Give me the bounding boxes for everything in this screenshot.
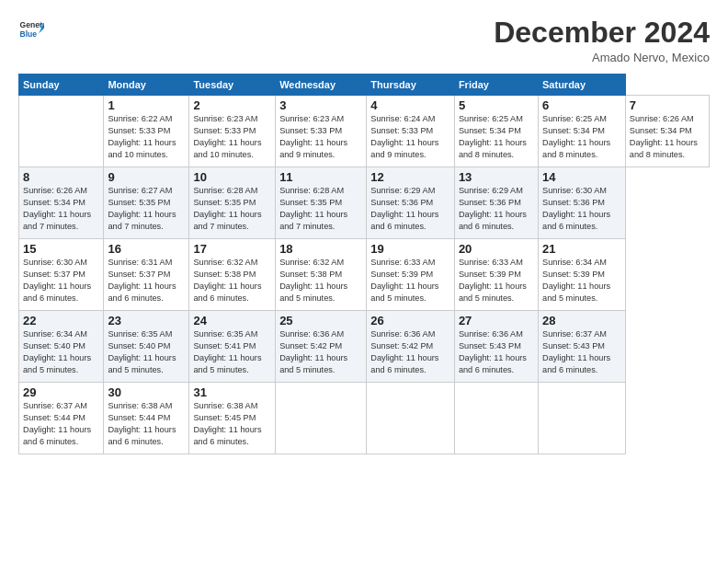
- day-number: 3: [279, 98, 362, 112]
- day-number: 7: [630, 98, 705, 112]
- table-row: 16Sunrise: 6:31 AM Sunset: 5:37 PM Dayli…: [104, 239, 189, 311]
- day-number: 15: [23, 242, 99, 256]
- day-number: 26: [370, 314, 450, 327]
- day-info: Sunrise: 6:32 AM Sunset: 5:38 PM Dayligh…: [279, 257, 362, 304]
- table-row: 17Sunrise: 6:32 AM Sunset: 5:38 PM Dayli…: [189, 239, 276, 311]
- day-number: 28: [542, 314, 621, 327]
- day-number: 16: [108, 242, 185, 256]
- day-info: Sunrise: 6:24 AM Sunset: 5:33 PM Dayligh…: [370, 113, 450, 161]
- table-row: 21Sunrise: 6:34 AM Sunset: 5:39 PM Dayli…: [539, 239, 626, 311]
- day-info: Sunrise: 6:28 AM Sunset: 5:35 PM Dayligh…: [279, 185, 362, 233]
- day-number: 27: [459, 314, 534, 327]
- col-friday: Friday: [454, 75, 538, 96]
- day-info: Sunrise: 6:23 AM Sunset: 5:33 PM Dayligh…: [193, 113, 271, 161]
- calendar-header-row: Sunday Monday Tuesday Wednesday Thursday…: [19, 75, 710, 96]
- day-number: 18: [279, 242, 362, 256]
- table-row: 27Sunrise: 6:36 AM Sunset: 5:43 PM Dayli…: [454, 311, 538, 383]
- logo-icon: General Blue: [18, 17, 44, 42]
- table-row: 7Sunrise: 6:26 AM Sunset: 5:34 PM Daylig…: [625, 96, 709, 167]
- table-row: 12Sunrise: 6:29 AM Sunset: 5:36 PM Dayli…: [367, 167, 455, 239]
- table-row: 14Sunrise: 6:30 AM Sunset: 5:36 PM Dayli…: [539, 167, 626, 239]
- day-number: 24: [193, 314, 271, 327]
- day-info: Sunrise: 6:30 AM Sunset: 5:36 PM Dayligh…: [542, 185, 621, 233]
- table-row: 8Sunrise: 6:26 AM Sunset: 5:34 PM Daylig…: [19, 167, 104, 239]
- day-number: 9: [108, 170, 185, 184]
- day-info: Sunrise: 6:38 AM Sunset: 5:44 PM Dayligh…: [108, 400, 185, 448]
- day-info: Sunrise: 6:32 AM Sunset: 5:38 PM Dayligh…: [193, 257, 271, 304]
- day-number: 2: [193, 98, 271, 112]
- table-row: 5Sunrise: 6:25 AM Sunset: 5:34 PM Daylig…: [454, 96, 538, 167]
- title-block: December 2024 Amado Nervo, Mexico: [494, 17, 710, 64]
- day-number: 12: [370, 170, 450, 184]
- svg-text:Blue: Blue: [20, 29, 38, 39]
- table-row: 19Sunrise: 6:33 AM Sunset: 5:39 PM Dayli…: [367, 239, 455, 311]
- table-row: [539, 383, 626, 454]
- day-number: 1: [108, 98, 185, 112]
- day-number: 13: [459, 170, 534, 184]
- day-info: Sunrise: 6:31 AM Sunset: 5:37 PM Dayligh…: [108, 257, 185, 304]
- day-info: Sunrise: 6:36 AM Sunset: 5:42 PM Dayligh…: [279, 328, 362, 376]
- day-number: 21: [542, 242, 621, 256]
- day-number: 17: [193, 242, 271, 256]
- day-info: Sunrise: 6:38 AM Sunset: 5:45 PM Dayligh…: [193, 400, 271, 448]
- day-number: 20: [459, 242, 534, 256]
- day-info: Sunrise: 6:37 AM Sunset: 5:44 PM Dayligh…: [23, 400, 99, 448]
- day-number: 29: [23, 385, 99, 399]
- day-number: 22: [23, 314, 99, 327]
- table-row: [367, 383, 455, 454]
- table-row: 31Sunrise: 6:38 AM Sunset: 5:45 PM Dayli…: [189, 383, 276, 454]
- table-row: 13Sunrise: 6:29 AM Sunset: 5:36 PM Dayli…: [454, 167, 538, 239]
- day-number: 31: [193, 385, 271, 399]
- table-row: 29Sunrise: 6:37 AM Sunset: 5:44 PM Dayli…: [19, 383, 104, 454]
- day-info: Sunrise: 6:26 AM Sunset: 5:34 PM Dayligh…: [23, 185, 99, 233]
- table-row: 24Sunrise: 6:35 AM Sunset: 5:41 PM Dayli…: [189, 311, 276, 383]
- table-row: 26Sunrise: 6:36 AM Sunset: 5:42 PM Dayli…: [367, 311, 455, 383]
- table-row: 1Sunrise: 6:22 AM Sunset: 5:33 PM Daylig…: [104, 96, 189, 167]
- day-info: Sunrise: 6:35 AM Sunset: 5:40 PM Dayligh…: [108, 328, 185, 376]
- col-wednesday: Wednesday: [276, 75, 367, 96]
- table-row: 28Sunrise: 6:37 AM Sunset: 5:43 PM Dayli…: [539, 311, 626, 383]
- day-number: 23: [108, 314, 185, 327]
- day-info: Sunrise: 6:25 AM Sunset: 5:34 PM Dayligh…: [459, 113, 534, 161]
- day-info: Sunrise: 6:33 AM Sunset: 5:39 PM Dayligh…: [370, 257, 450, 304]
- day-info: Sunrise: 6:25 AM Sunset: 5:34 PM Dayligh…: [542, 113, 621, 161]
- subtitle: Amado Nervo, Mexico: [494, 51, 710, 64]
- col-saturday: Saturday: [539, 75, 626, 96]
- day-info: Sunrise: 6:34 AM Sunset: 5:39 PM Dayligh…: [542, 257, 621, 304]
- page: General Blue December 2024 Amado Nervo, …: [0, 0, 728, 563]
- header: General Blue December 2024 Amado Nervo, …: [18, 17, 710, 64]
- table-row: [454, 383, 538, 454]
- day-number: 11: [279, 170, 362, 184]
- day-info: Sunrise: 6:27 AM Sunset: 5:35 PM Dayligh…: [108, 185, 185, 233]
- calendar-table: Sunday Monday Tuesday Wednesday Thursday…: [18, 74, 710, 454]
- day-info: Sunrise: 6:36 AM Sunset: 5:42 PM Dayligh…: [370, 328, 450, 376]
- day-number: 8: [23, 170, 99, 184]
- table-row: 2Sunrise: 6:23 AM Sunset: 5:33 PM Daylig…: [189, 96, 276, 167]
- col-tuesday: Tuesday: [189, 75, 276, 96]
- table-row: 10Sunrise: 6:28 AM Sunset: 5:35 PM Dayli…: [189, 167, 276, 239]
- table-row: 4Sunrise: 6:24 AM Sunset: 5:33 PM Daylig…: [367, 96, 455, 167]
- logo: General Blue: [18, 17, 44, 42]
- col-thursday: Thursday: [367, 75, 455, 96]
- day-number: 4: [370, 98, 450, 112]
- day-info: Sunrise: 6:36 AM Sunset: 5:43 PM Dayligh…: [459, 328, 534, 376]
- col-sunday: Sunday: [19, 75, 104, 96]
- table-row: 23Sunrise: 6:35 AM Sunset: 5:40 PM Dayli…: [104, 311, 189, 383]
- table-row: [276, 383, 367, 454]
- main-title: December 2024: [494, 17, 710, 49]
- day-info: Sunrise: 6:34 AM Sunset: 5:40 PM Dayligh…: [23, 328, 99, 376]
- day-number: 14: [542, 170, 621, 184]
- day-info: Sunrise: 6:22 AM Sunset: 5:33 PM Dayligh…: [108, 113, 185, 161]
- table-row: 3Sunrise: 6:23 AM Sunset: 5:33 PM Daylig…: [276, 96, 367, 167]
- table-row: 20Sunrise: 6:33 AM Sunset: 5:39 PM Dayli…: [454, 239, 538, 311]
- day-number: 6: [542, 98, 621, 112]
- day-number: 10: [193, 170, 271, 184]
- day-info: Sunrise: 6:28 AM Sunset: 5:35 PM Dayligh…: [193, 185, 271, 233]
- table-row: 22Sunrise: 6:34 AM Sunset: 5:40 PM Dayli…: [19, 311, 104, 383]
- day-number: 25: [279, 314, 362, 327]
- day-info: Sunrise: 6:37 AM Sunset: 5:43 PM Dayligh…: [542, 328, 621, 376]
- table-row: 9Sunrise: 6:27 AM Sunset: 5:35 PM Daylig…: [104, 167, 189, 239]
- table-row: [19, 96, 104, 167]
- day-number: 30: [108, 385, 185, 399]
- table-row: 25Sunrise: 6:36 AM Sunset: 5:42 PM Dayli…: [276, 311, 367, 383]
